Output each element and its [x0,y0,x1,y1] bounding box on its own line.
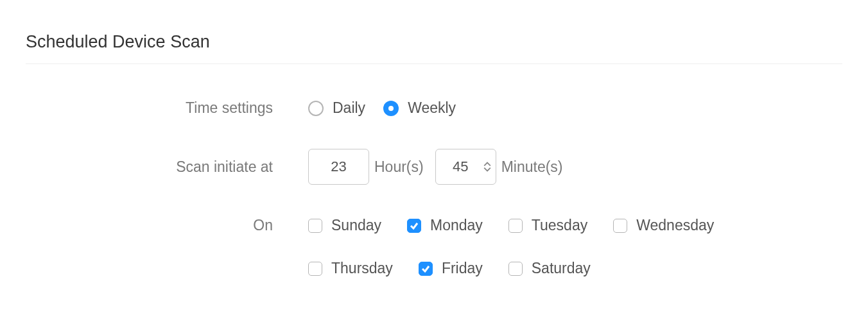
scan-initiate-controls: Hour(s) Minute(s) [308,149,575,185]
checkbox-saturday-label: Saturday [532,260,591,277]
checkbox-monday[interactable]: Monday [407,217,483,234]
time-settings-row: Time settings Daily Weekly [26,99,842,117]
scan-initiate-label: Scan initiate at [26,158,308,176]
checkbox-sunday[interactable]: Sunday [308,217,381,234]
radio-weekly-label: Weekly [408,99,456,117]
minute-stepper[interactable] [483,162,491,172]
checkbox-box-icon [508,219,523,233]
time-settings-radio-group: Daily Weekly [308,99,456,117]
on-label: On [26,217,308,234]
chevron-up-icon [483,162,491,167]
checkbox-box-icon [508,262,523,276]
chevron-down-icon [483,167,491,172]
check-icon [421,264,430,273]
checkbox-friday-label: Friday [442,260,483,277]
minute-unit-label: Minute(s) [501,158,563,176]
radio-daily[interactable]: Daily [308,99,365,117]
checkbox-box-icon [407,219,421,233]
check-icon [410,221,419,230]
hour-unit-label: Hour(s) [374,158,424,176]
section-title: Scheduled Device Scan [26,32,842,64]
checkbox-box-icon [613,219,627,233]
checkbox-monday-label: Monday [430,217,483,234]
radio-weekly[interactable]: Weekly [383,99,456,117]
radio-circle-icon [383,101,399,116]
radio-daily-label: Daily [333,99,365,117]
time-settings-label: Time settings [26,99,308,117]
checkbox-wednesday-label: Wednesday [636,217,714,234]
checkbox-box-icon [419,262,433,276]
radio-circle-icon [308,101,324,116]
checkbox-tuesday-label: Tuesday [532,217,587,234]
checkbox-box-icon [308,219,322,233]
on-days-row: On Sunday Monday Tuesday [26,217,842,277]
checkbox-saturday[interactable]: Saturday [508,260,591,277]
checkbox-sunday-label: Sunday [331,217,381,234]
hour-input[interactable] [308,149,369,185]
scheduled-device-scan-section: Scheduled Device Scan Time settings Dail… [0,0,868,303]
scan-initiate-row: Scan initiate at Hour(s) Minute(s) [26,149,842,185]
checkbox-box-icon [308,262,322,276]
days-group: Sunday Monday Tuesday Wednesday [308,217,796,277]
checkbox-tuesday[interactable]: Tuesday [508,217,587,234]
checkbox-thursday[interactable]: Thursday [308,260,393,277]
checkbox-wednesday[interactable]: Wednesday [613,217,714,234]
checkbox-thursday-label: Thursday [331,260,393,277]
checkbox-friday[interactable]: Friday [419,260,483,277]
